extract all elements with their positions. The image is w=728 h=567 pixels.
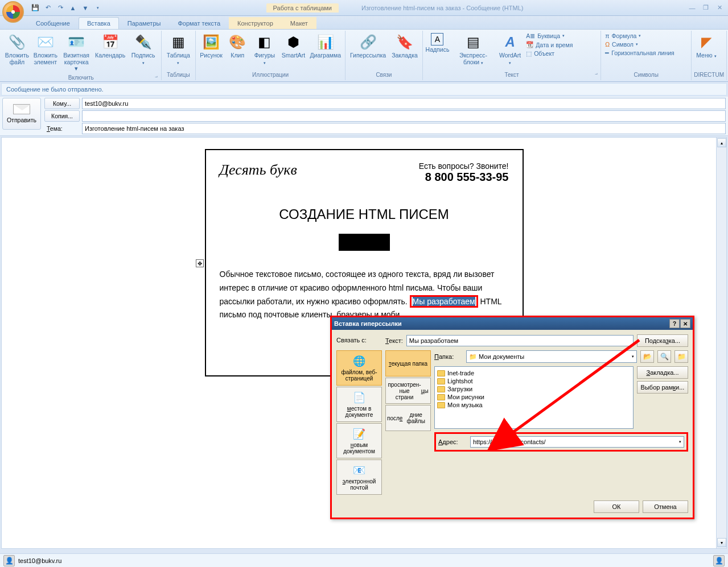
folder-icon [437, 386, 445, 392]
undo-icon[interactable]: ↶ [42, 2, 54, 14]
datetime-icon: 📆 [526, 41, 533, 48]
quick-access-toolbar: 💾 ↶ ↷ ▲ ▼ ▾ [30, 2, 104, 14]
smartart-button[interactable]: ⬢SmartArt [280, 32, 307, 60]
quickparts-icon: ▤ [464, 33, 483, 51]
folder-icon [437, 378, 445, 384]
wordart-icon: A [501, 33, 519, 51]
hyperlink-icon: 🔗 [359, 33, 377, 51]
directum-icon: ◤ [697, 33, 715, 51]
list-item[interactable]: Загрузки [437, 385, 631, 393]
ribbon-group-include: 📎Вложитьфайл ✉️Вложитьэлемент 🪪Визитнаяк… [1, 31, 162, 80]
link-new-doc-button[interactable]: 📝новым документом [336, 423, 382, 458]
redo-icon[interactable]: ↷ [55, 2, 66, 14]
picture-button[interactable]: 🖼️Рисунок [198, 32, 224, 60]
tab-constructor[interactable]: Конструктор [229, 17, 282, 29]
ribbon-group-directum: ◤Меню ▾ DIRECTUM [692, 31, 727, 80]
office-button[interactable] [2, 1, 24, 23]
scroll-up-icon[interactable]: ▴ [717, 138, 726, 147]
tab-format[interactable]: Формат текста [169, 17, 229, 29]
globe-icon: 🌐 [352, 354, 366, 368]
dialog-text-input[interactable] [406, 335, 634, 346]
selected-link-text[interactable]: Мы разработаем [410, 295, 478, 308]
shapes-button[interactable]: ◧Фигуры ▾ [250, 32, 278, 67]
object-button[interactable]: ⬚ Объект [524, 49, 598, 57]
vertical-scrollbar[interactable]: ▴ ▾ [716, 138, 726, 548]
qat-customize-icon[interactable]: ▾ [92, 2, 104, 14]
next-icon[interactable]: ▼ [80, 2, 91, 14]
maximize-button[interactable]: ❐ [700, 3, 712, 13]
calendar-button[interactable]: 📅Календарь [94, 32, 127, 60]
list-item[interactable]: Моя музыка [437, 401, 631, 409]
tab-layout[interactable]: Макет [282, 17, 316, 29]
business-card-button[interactable]: 🪪Визитнаякарточка ▾ [60, 32, 93, 73]
browse-file-button[interactable]: 📁 [674, 350, 688, 363]
info-bar: Сообщение не было отправлено. [1, 83, 727, 96]
recent-files-button[interactable]: последние файлы [385, 405, 431, 431]
up-folder-button[interactable]: 📂 [640, 350, 654, 363]
browse-web-button[interactable]: 🔍 [657, 350, 671, 363]
dialog-titlebar[interactable]: Вставка гиперссылки ? ✕ [332, 317, 693, 330]
link-email-button[interactable]: 📧электронной почтой [336, 460, 382, 495]
tab-insert[interactable]: Вставка [79, 17, 119, 29]
ok-button[interactable]: ОК [594, 500, 639, 513]
list-item[interactable]: Мои рисунки [437, 393, 631, 401]
textbox-button[interactable]: AНадпись [425, 32, 450, 55]
hline-button[interactable]: ━ Горизонтальная линия [603, 49, 689, 57]
directum-menu-button[interactable]: ◤Меню ▾ [694, 32, 718, 60]
link-place-doc-button[interactable]: 📄местом в документе [336, 387, 382, 422]
link-file-web-button[interactable]: 🌐файлом, веб-страницей [336, 350, 382, 386]
attach-item-button[interactable]: ✉️Вложитьэлемент [32, 32, 59, 67]
datetime-button[interactable]: 📆 Дата и время [524, 40, 598, 49]
symbol-button[interactable]: Ω Символ ▾ [603, 40, 689, 48]
ribbon-group-label: Таблицы [164, 71, 194, 79]
dropcap-button[interactable]: A≣ Буквица ▾ [524, 32, 598, 40]
send-envelope-icon [13, 104, 30, 114]
cancel-button[interactable]: Отмена [643, 500, 688, 513]
hint-button[interactable]: Подсказка... [637, 334, 688, 347]
title-bar: 💾 ↶ ↷ ▲ ▼ ▾ Работа с таблицами Изготовле… [0, 0, 728, 16]
cc-button[interactable]: Копия... [44, 110, 80, 122]
address-combo[interactable]: https://10bukv.ru/contacts/▾ [470, 436, 684, 448]
scroll-down-icon[interactable]: ▾ [717, 538, 726, 547]
tab-message[interactable]: Сообщение [27, 17, 79, 29]
table-move-handle-icon[interactable]: ✥ [196, 259, 204, 267]
hyperlink-button[interactable]: 🔗Гиперссылка [348, 32, 388, 60]
to-button[interactable]: Кому... [44, 98, 80, 109]
contextual-tab-label: Работа с таблицами [266, 3, 339, 13]
ribbon-group-label: Иллюстрации [198, 71, 343, 79]
chart-button[interactable]: 📊Диаграмма [308, 32, 343, 60]
bookmark-button[interactable]: 🔖Закладка [389, 32, 420, 60]
to-field[interactable] [82, 98, 726, 109]
browsed-pages-button[interactable]: просмотрен-ныестраницы [385, 378, 431, 404]
prev-icon[interactable]: ▲ [67, 2, 79, 14]
folder-combo[interactable]: 📁 Мои документы▾ [466, 350, 637, 363]
wordart-button[interactable]: AWordArt ▾ [497, 32, 523, 67]
save-icon[interactable]: 💾 [30, 2, 41, 14]
file-list[interactable]: Inet-trade Lightshot Загрузки Мои рисунк… [434, 366, 634, 429]
tab-parameters[interactable]: Параметры [119, 17, 170, 29]
attach-file-button[interactable]: 📎Вложитьфайл [3, 32, 31, 67]
formula-button[interactable]: π Формула ▾ [603, 32, 689, 40]
frame-button[interactable]: Выбор рамки... [637, 381, 688, 394]
calendar-icon: 📅 [101, 33, 120, 51]
address-row-highlight: Адрес: https://10bukv.ru/contacts/▾ [434, 432, 688, 452]
current-folder-button[interactable]: текущая папка [385, 350, 431, 376]
folder-icon [437, 370, 445, 376]
presence-icon[interactable]: 👤 [713, 555, 725, 566]
table-button[interactable]: ▦Таблица ▾ [164, 32, 194, 67]
dialog-help-button[interactable]: ? [669, 319, 680, 328]
close-button[interactable]: ✕ [713, 3, 726, 13]
minimize-button[interactable]: — [686, 3, 698, 13]
list-item[interactable]: Lightshot [437, 377, 631, 385]
subject-field[interactable] [82, 123, 726, 134]
bookmark-dialog-button[interactable]: Закладка... [637, 366, 688, 379]
cc-field[interactable] [82, 110, 726, 122]
dialog-title-text: Вставка гиперссылки [334, 320, 402, 327]
dialog-close-button[interactable]: ✕ [680, 319, 690, 328]
list-item[interactable]: Inet-trade [437, 369, 631, 377]
clip-button[interactable]: 🎨Клип [225, 32, 249, 60]
quickparts-button[interactable]: ▤Экспресс-блоки ▾ [451, 32, 496, 67]
send-button[interactable]: Отправить [2, 98, 41, 130]
presence-icon[interactable]: 👤 [3, 555, 15, 566]
signature-button[interactable]: ✒️Подпись ▾ [128, 32, 159, 67]
